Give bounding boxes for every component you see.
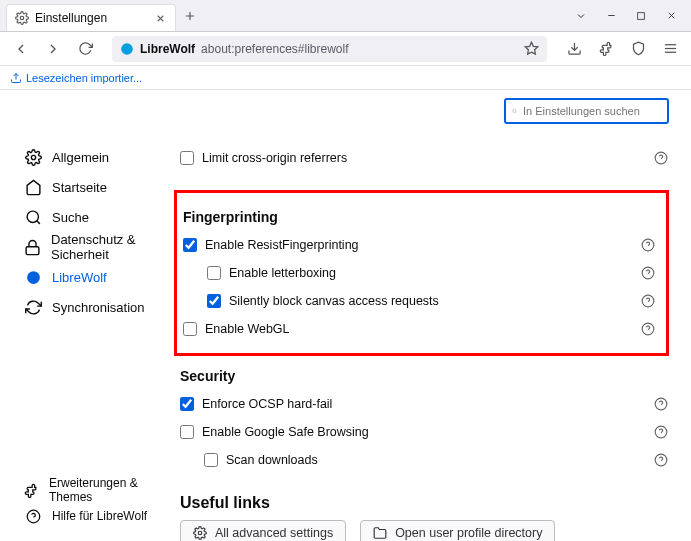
sync-icon	[24, 298, 42, 316]
downloads-button[interactable]	[561, 36, 587, 62]
svg-line-11	[36, 220, 39, 223]
settings-sidebar: Allgemein Startseite Suche Datenschutz &…	[0, 90, 160, 541]
scan-downloads-checkbox[interactable]: Scan downloads	[204, 453, 318, 467]
librewolf-icon	[24, 268, 42, 286]
app-menu-button[interactable]	[657, 36, 683, 62]
help-icon[interactable]	[653, 150, 669, 166]
button-label: All advanced settings	[215, 526, 333, 540]
sidebar-item-general[interactable]: Allgemein	[20, 142, 160, 172]
help-icon[interactable]	[640, 293, 656, 309]
maximize-button[interactable]	[633, 8, 649, 24]
help-icon	[24, 507, 42, 525]
svg-marker-3	[525, 42, 538, 54]
search-input[interactable]	[523, 105, 661, 117]
svg-rect-12	[26, 246, 39, 254]
sidebar-item-label: Synchronisation	[52, 300, 145, 315]
folder-icon	[373, 526, 387, 540]
fingerprinting-highlight: Fingerprinting Enable ResistFingerprinti…	[174, 190, 669, 356]
useful-links-title: Useful links	[180, 494, 669, 512]
search-icon	[512, 105, 517, 117]
window-controls	[561, 0, 691, 31]
sidebar-item-extensions[interactable]: Erweiterungen & Themes	[20, 477, 160, 503]
svg-point-0	[20, 16, 24, 20]
content-area: Allgemein Startseite Suche Datenschutz &…	[0, 90, 691, 541]
url-path: about:preferences#librewolf	[201, 42, 348, 56]
close-icon[interactable]	[153, 11, 167, 25]
sidebar-item-label: Datenschutz & Sicherheit	[51, 232, 160, 262]
bookmarks-bar: Lesezeichen importier...	[0, 66, 691, 90]
sidebar-item-search[interactable]: Suche	[20, 202, 160, 232]
help-icon[interactable]	[640, 237, 656, 253]
webgl-checkbox[interactable]: Enable WebGL	[183, 322, 290, 336]
fingerprinting-title: Fingerprinting	[183, 209, 656, 225]
sidebar-item-label: Suche	[52, 210, 89, 225]
svg-point-10	[27, 211, 38, 222]
help-icon[interactable]	[653, 452, 669, 468]
bookmark-star-icon[interactable]	[524, 41, 539, 56]
letterboxing-checkbox[interactable]: Enable letterboxing	[207, 266, 336, 280]
minimize-button[interactable]	[603, 8, 619, 24]
help-icon[interactable]	[653, 396, 669, 412]
svg-point-16	[513, 109, 516, 112]
resist-fingerprinting-checkbox[interactable]: Enable ResistFingerprinting	[183, 238, 359, 252]
gear-icon	[193, 526, 207, 540]
forward-button[interactable]	[40, 36, 66, 62]
ocsp-checkbox[interactable]: Enforce OCSP hard-fail	[180, 397, 332, 411]
limit-referrers-checkbox[interactable]: Limit cross-origin referrers	[180, 151, 347, 165]
open-profile-button[interactable]: Open user profile directory	[360, 520, 555, 541]
svg-point-9	[31, 155, 35, 159]
sidebar-item-label: Startseite	[52, 180, 107, 195]
sidebar-item-librewolf[interactable]: LibreWolf	[20, 262, 160, 292]
button-label: Open user profile directory	[395, 526, 542, 540]
site-identity-icon[interactable]	[120, 42, 134, 56]
sidebar-item-help[interactable]: Hilfe für LibreWolf	[20, 503, 160, 529]
sidebar-item-label: Hilfe für LibreWolf	[52, 509, 147, 523]
home-icon	[24, 178, 42, 196]
import-bookmarks-button[interactable]: Lesezeichen importier...	[10, 72, 142, 84]
settings-search[interactable]	[504, 98, 669, 124]
svg-line-17	[515, 112, 516, 113]
titlebar: Einstellungen	[0, 0, 691, 32]
close-window-button[interactable]	[663, 8, 679, 24]
tab-title: Einstellungen	[35, 11, 147, 25]
sidebar-item-label: Allgemein	[52, 150, 109, 165]
gear-icon	[15, 11, 29, 25]
sidebar-item-privacy[interactable]: Datenschutz & Sicherheit	[20, 232, 160, 262]
lock-icon	[24, 238, 41, 256]
search-icon	[24, 208, 42, 226]
sidebar-item-sync[interactable]: Synchronisation	[20, 292, 160, 322]
nav-toolbar: LibreWolf about:preferences#librewolf	[0, 32, 691, 66]
browser-tab[interactable]: Einstellungen	[6, 4, 176, 31]
help-icon[interactable]	[640, 265, 656, 281]
svg-rect-1	[638, 12, 645, 19]
shield-icon[interactable]	[625, 36, 651, 62]
sidebar-item-label: LibreWolf	[52, 270, 107, 285]
gear-icon	[24, 148, 42, 166]
svg-point-34	[198, 531, 202, 535]
help-icon[interactable]	[640, 321, 656, 337]
back-button[interactable]	[8, 36, 34, 62]
settings-main: Limit cross-origin referrers Fingerprint…	[160, 90, 691, 541]
sidebar-item-home[interactable]: Startseite	[20, 172, 160, 202]
import-bookmarks-label: Lesezeichen importier...	[26, 72, 142, 84]
advanced-settings-button[interactable]: All advanced settings	[180, 520, 346, 541]
security-title: Security	[180, 368, 669, 384]
url-bar[interactable]: LibreWolf about:preferences#librewolf	[112, 36, 547, 62]
gsb-checkbox[interactable]: Enable Google Safe Browsing	[180, 425, 369, 439]
reload-button[interactable]	[72, 36, 98, 62]
extensions-button[interactable]	[593, 36, 619, 62]
block-canvas-checkbox[interactable]: Silently block canvas access requests	[207, 294, 439, 308]
chevron-down-icon[interactable]	[573, 8, 589, 24]
svg-point-2	[121, 43, 133, 55]
svg-point-13	[27, 271, 40, 284]
puzzle-icon	[24, 481, 39, 499]
new-tab-button[interactable]	[176, 0, 204, 31]
help-icon[interactable]	[653, 424, 669, 440]
site-name: LibreWolf	[140, 42, 195, 56]
sidebar-item-label: Erweiterungen & Themes	[49, 476, 160, 504]
